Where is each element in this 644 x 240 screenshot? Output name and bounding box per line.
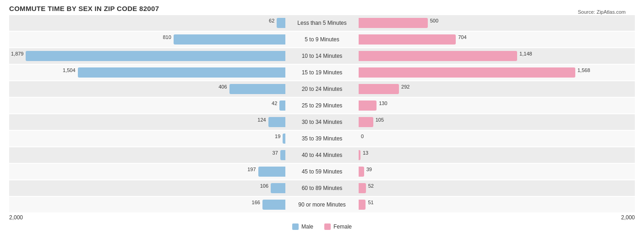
female-bar: 51 [359,200,366,210]
male-value-label: 124 [257,117,268,123]
bars-container: 10660 to 89 Minutes52 [9,180,635,196]
male-bar: 37 [280,150,285,160]
female-value-label: 704 [456,34,466,40]
bars-container: 19745 to 59 Minutes39 [9,164,635,179]
female-bar: 52 [359,183,366,193]
female-bar-side: 13 [359,147,635,163]
bars-container: 8105 to 9 Minutes704 [9,32,635,47]
category-label: 90 or more Minutes [285,201,359,208]
female-bar-side: 0 [359,131,635,146]
bars-container: 1,50415 to 19 Minutes1,568 [9,65,635,80]
bars-container: 62Less than 5 Minutes500 [9,15,635,31]
bars-container: 40620 to 24 Minutes292 [9,81,635,97]
axis-labels: 2,000 2,000 [9,214,635,221]
male-legend-box [292,223,299,230]
male-bar-side: 1,879 [9,48,285,64]
female-value-label: 51 [366,200,373,205]
male-bar-side: 166 [9,197,285,212]
category-label: 15 to 19 Minutes [285,69,359,76]
female-bar: 704 [359,34,456,45]
male-bar: 1,504 [78,67,285,78]
bar-row: 1935 to 39 Minutes0 [9,131,635,146]
male-bar: 1,879 [26,51,285,61]
male-value-label: 42 [272,100,279,106]
female-bar: 1,148 [359,51,517,61]
male-bar: 124 [268,117,285,127]
female-legend-label: Female [333,223,352,230]
female-bar-side: 704 [359,32,635,47]
male-bar-side: 37 [9,147,285,163]
bars-container: 3740 to 44 Minutes13 [9,147,635,163]
category-label: 45 to 59 Minutes [285,168,359,175]
axis-left-label: 2,000 [9,214,285,221]
female-bar-side: 1,148 [359,48,635,64]
male-bar-side: 124 [9,114,285,130]
bar-row: 19745 to 59 Minutes39 [9,164,635,179]
male-value-label: 406 [218,84,229,89]
female-bar-side: 130 [359,98,635,113]
female-legend-box [324,223,331,230]
bar-row: 1,50415 to 19 Minutes1,568 [9,65,635,80]
bars-container: 4225 to 29 Minutes130 [9,98,635,113]
bar-row: 8105 to 9 Minutes704 [9,32,635,47]
female-bar: 292 [359,84,399,94]
female-bar: 39 [359,167,364,177]
male-bar: 62 [277,18,285,28]
male-bar-side: 197 [9,164,285,179]
female-value-label: 39 [364,167,372,172]
female-bar-side: 292 [359,81,635,97]
male-bar-side: 1,504 [9,65,285,80]
male-bar: 810 [174,34,285,45]
male-bar: 166 [262,200,285,210]
bar-row: 3740 to 44 Minutes13 [9,147,635,163]
chart-title: COMMUTE TIME BY SEX IN ZIP CODE 82007 [9,5,635,12]
male-value-label: 106 [260,183,271,189]
axis-right-label: 2,000 [359,214,635,221]
female-bar: 13 [359,150,360,160]
male-bar: 42 [279,100,285,111]
category-label: 10 to 14 Minutes [285,53,359,59]
female-value-label: 292 [399,84,409,89]
male-value-label: 1,879 [11,51,26,56]
female-bar: 1,568 [359,67,575,78]
female-value-label: 52 [366,183,374,189]
female-bar-side: 51 [359,197,635,212]
axis-center-spacer [285,214,359,221]
female-bar-side: 1,568 [359,65,635,80]
male-value-label: 62 [269,18,277,23]
category-label: 30 to 34 Minutes [285,119,359,125]
male-bar: 406 [229,84,285,94]
bar-row: 40620 to 24 Minutes292 [9,81,635,97]
male-value-label: 37 [273,150,280,156]
male-bar-side: 19 [9,131,285,146]
male-bar: 197 [258,167,285,177]
chart-legend: Male Female [9,223,635,230]
female-value-label: 1,568 [575,67,590,73]
category-label: 25 to 29 Minutes [285,102,359,109]
female-bar: 500 [359,18,428,28]
female-value-label: 1,148 [517,51,532,56]
male-value-label: 1,504 [63,67,78,73]
bar-row: 1,87910 to 14 Minutes1,148 [9,48,635,64]
bar-row: 4225 to 29 Minutes130 [9,98,635,113]
female-value-label: 130 [377,100,387,106]
category-label: 35 to 39 Minutes [285,135,359,142]
legend-female: Female [324,223,352,230]
category-label: 40 to 44 Minutes [285,152,359,158]
male-value-label: 197 [247,167,258,172]
category-label: 5 to 9 Minutes [285,36,359,43]
bar-row: 12430 to 34 Minutes105 [9,114,635,130]
male-value-label: 19 [275,134,283,139]
bar-row: 62Less than 5 Minutes500 [9,15,635,31]
male-bar: 106 [271,183,285,193]
male-bar-side: 62 [9,15,285,31]
bars-container: 1935 to 39 Minutes0 [9,131,635,146]
female-bar-side: 39 [359,164,635,179]
female-bar-side: 500 [359,15,635,31]
female-value-label: 105 [373,117,384,123]
category-label: 20 to 24 Minutes [285,86,359,92]
bars-container: 16690 or more Minutes51 [9,197,635,212]
bars-container: 1,87910 to 14 Minutes1,148 [9,48,635,64]
source-label: Source: ZipAtlas.com [578,9,626,15]
female-bar: 130 [359,100,377,111]
